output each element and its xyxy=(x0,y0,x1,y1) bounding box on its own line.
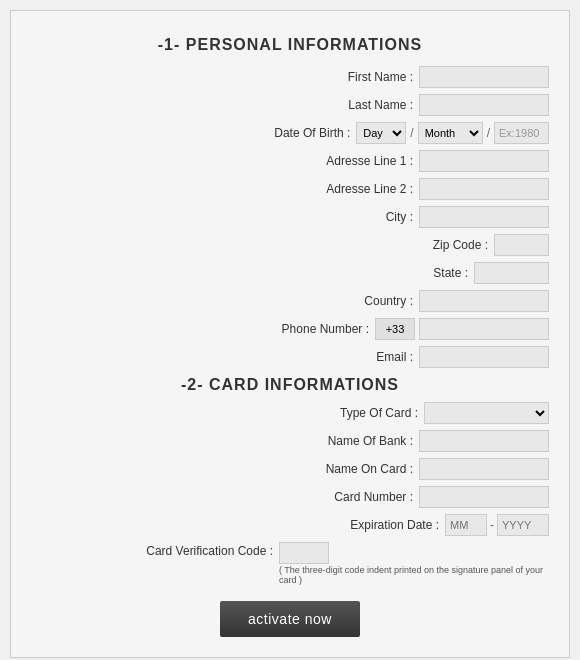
phone-label: Phone Number : xyxy=(209,322,369,336)
phone-code: +33 xyxy=(375,318,415,340)
phone-input[interactable] xyxy=(419,318,549,340)
row-dob: Date Of Birth : Day / Month / Ex:1980 xyxy=(31,122,549,144)
row-address1: Adresse Line 1 : xyxy=(31,150,549,172)
section-card-title: -2- CARD INFORMATIONS xyxy=(31,376,549,394)
expiry-yyyy-input[interactable] xyxy=(497,514,549,536)
row-expiry: Expiration Date : - xyxy=(31,514,549,536)
row-cvv: Card Verification Code : ( The three-dig… xyxy=(31,542,549,585)
activate-row: activate now xyxy=(31,601,549,637)
card-number-label: Card Number : xyxy=(253,490,413,504)
section-personal-title: -1- PERSONAL INFORMATIONS xyxy=(31,36,549,54)
card-type-select[interactable]: Visa Mastercard Amex xyxy=(424,402,549,424)
dob-group: Day / Month / Ex:1980 xyxy=(356,122,549,144)
dob-label: Date Of Birth : xyxy=(190,126,350,140)
email-input[interactable] xyxy=(419,346,549,368)
expiry-dash: - xyxy=(490,518,494,532)
form-container: -1- PERSONAL INFORMATIONS First Name : L… xyxy=(10,10,570,658)
bank-label: Name Of Bank : xyxy=(253,434,413,448)
card-type-label: Type Of Card : xyxy=(258,406,418,420)
row-card-type: Type Of Card : Visa Mastercard Amex xyxy=(31,402,549,424)
row-country: Country : xyxy=(31,290,549,312)
bank-input[interactable] xyxy=(419,430,549,452)
cvv-note: ( The three-digit code indent printed on… xyxy=(279,565,549,585)
phone-group: +33 xyxy=(375,318,549,340)
card-number-input[interactable] xyxy=(419,486,549,508)
row-state: State : xyxy=(31,262,549,284)
country-label: Country : xyxy=(253,294,413,308)
address2-label: Adresse Line 2 : xyxy=(253,182,413,196)
row-zip: Zip Code : xyxy=(31,234,549,256)
first-name-label: First Name : xyxy=(253,70,413,84)
name-on-card-label: Name On Card : xyxy=(253,462,413,476)
row-city: City : xyxy=(31,206,549,228)
zip-label: Zip Code : xyxy=(328,238,488,252)
dob-day-select[interactable]: Day xyxy=(356,122,406,144)
city-input[interactable] xyxy=(419,206,549,228)
email-label: Email : xyxy=(253,350,413,364)
address2-input[interactable] xyxy=(419,178,549,200)
row-phone: Phone Number : +33 xyxy=(31,318,549,340)
row-email: Email : xyxy=(31,346,549,368)
expiry-mm-input[interactable] xyxy=(445,514,487,536)
country-input[interactable] xyxy=(419,290,549,312)
address1-input[interactable] xyxy=(419,150,549,172)
first-name-input[interactable] xyxy=(419,66,549,88)
row-name-on-card: Name On Card : xyxy=(31,458,549,480)
row-card-number: Card Number : xyxy=(31,486,549,508)
row-address2: Adresse Line 2 : xyxy=(31,178,549,200)
state-input[interactable] xyxy=(474,262,549,284)
expiry-label: Expiration Date : xyxy=(279,518,439,532)
row-last-name: Last Name : xyxy=(31,94,549,116)
dob-slash-2: / xyxy=(487,126,490,140)
cvv-group: ( The three-digit code indent printed on… xyxy=(279,542,549,585)
card-type-group: Visa Mastercard Amex xyxy=(424,402,549,424)
row-first-name: First Name : xyxy=(31,66,549,88)
name-on-card-input[interactable] xyxy=(419,458,549,480)
last-name-label: Last Name : xyxy=(253,98,413,112)
zip-input[interactable] xyxy=(494,234,549,256)
dob-month-select[interactable]: Month xyxy=(418,122,483,144)
last-name-input[interactable] xyxy=(419,94,549,116)
address1-label: Adresse Line 1 : xyxy=(253,154,413,168)
state-label: State : xyxy=(308,266,468,280)
city-label: City : xyxy=(253,210,413,224)
expiry-group: - xyxy=(445,514,549,536)
dob-slash-1: / xyxy=(410,126,413,140)
cvv-label: Card Verification Code : xyxy=(113,544,273,558)
dob-year-hint: Ex:1980 xyxy=(494,122,549,144)
activate-button[interactable]: activate now xyxy=(220,601,360,637)
row-bank: Name Of Bank : xyxy=(31,430,549,452)
cvv-input[interactable] xyxy=(279,542,329,564)
